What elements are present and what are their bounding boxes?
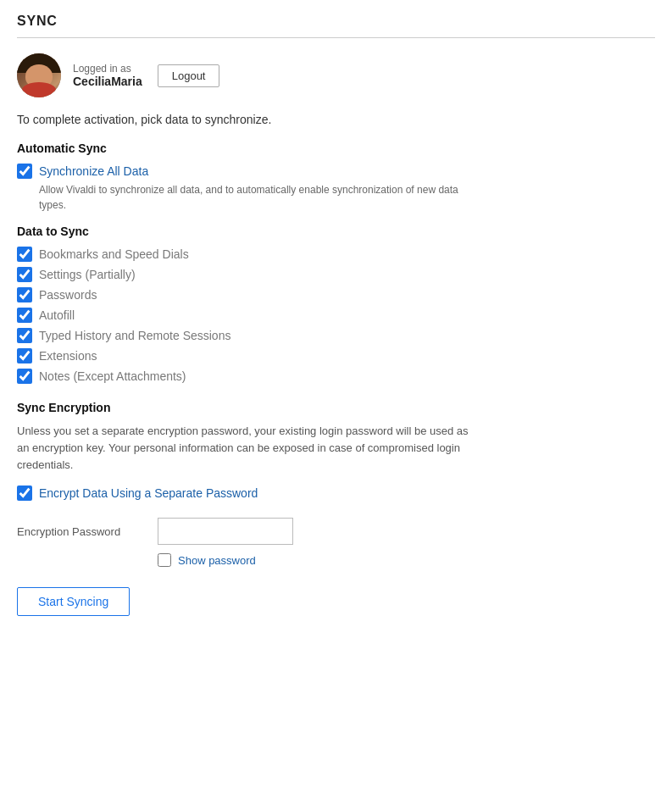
sync-all-label[interactable]: Synchronize All Data — [39, 164, 148, 178]
notes-checkbox[interactable] — [17, 369, 32, 384]
avatar-image — [17, 53, 61, 97]
page-container: SYNC Logged in as CeciliaMaria Logout To… — [0, 0, 672, 630]
show-password-checkbox[interactable] — [158, 553, 171, 567]
sync-all-description: Allow Vivaldi to synchronize all data, a… — [39, 182, 488, 213]
encryption-password-label: Encryption Password — [17, 525, 144, 538]
sync-encryption-title: Sync Encryption — [17, 401, 655, 414]
data-to-sync-section: Data to Sync Bookmarks and Speed Dials S… — [17, 225, 655, 384]
settings-label[interactable]: Settings (Partially) — [39, 268, 136, 281]
encrypt-data-checkbox[interactable] — [17, 486, 32, 501]
encrypt-data-row: Encrypt Data Using a Separate Password — [17, 486, 655, 501]
user-section: Logged in as CeciliaMaria Logout — [17, 53, 655, 97]
bookmarks-label[interactable]: Bookmarks and Speed Dials — [39, 247, 189, 261]
typed-history-label[interactable]: Typed History and Remote Sessions — [39, 329, 230, 342]
logged-in-as-label: Logged in as — [73, 63, 142, 75]
sync-item-bookmarks: Bookmarks and Speed Dials — [17, 247, 655, 262]
sync-all-data-row: Synchronize All Data — [17, 164, 655, 179]
encryption-password-input[interactable] — [158, 518, 293, 545]
autofill-checkbox[interactable] — [17, 308, 32, 323]
sync-item-autofill: Autofill — [17, 308, 655, 323]
sync-item-passwords: Passwords — [17, 287, 655, 302]
sync-item-extensions: Extensions — [17, 348, 655, 363]
autofill-label[interactable]: Autofill — [39, 308, 75, 322]
settings-checkbox[interactable] — [17, 267, 32, 282]
typed-history-checkbox[interactable] — [17, 328, 32, 343]
encrypt-data-label[interactable]: Encrypt Data Using a Separate Password — [39, 486, 258, 500]
sync-item-typed-history: Typed History and Remote Sessions — [17, 328, 655, 343]
show-password-label[interactable]: Show password — [178, 554, 256, 567]
passwords-label[interactable]: Passwords — [39, 288, 97, 302]
sync-item-settings: Settings (Partially) — [17, 267, 655, 282]
sync-all-checkbox-wrapper[interactable] — [17, 164, 32, 179]
encryption-description: Unless you set a separate encryption pas… — [17, 423, 475, 474]
automatic-sync-title: Automatic Sync — [17, 141, 655, 155]
encryption-password-row: Encryption Password — [17, 518, 655, 545]
notes-label[interactable]: Notes (Except Attachments) — [39, 369, 186, 383]
divider — [17, 37, 655, 38]
start-syncing-button[interactable]: Start Syncing — [17, 587, 130, 616]
sync-item-notes: Notes (Except Attachments) — [17, 369, 655, 384]
extensions-label[interactable]: Extensions — [39, 349, 97, 363]
data-to-sync-title: Data to Sync — [17, 225, 655, 238]
activation-message: To complete activation, pick data to syn… — [17, 113, 655, 126]
bookmarks-checkbox[interactable] — [17, 247, 32, 262]
show-password-row: Show password — [158, 553, 655, 567]
sync-encryption-section: Sync Encryption Unless you set a separat… — [17, 401, 655, 501]
page-title: SYNC — [17, 14, 655, 29]
avatar-body — [22, 82, 56, 97]
user-info: Logged in as CeciliaMaria — [73, 63, 142, 88]
extensions-checkbox[interactable] — [17, 348, 32, 363]
sync-all-checkbox[interactable] — [17, 164, 32, 179]
avatar — [17, 53, 61, 97]
passwords-checkbox[interactable] — [17, 287, 32, 302]
username-label: CeciliaMaria — [73, 75, 142, 88]
logout-button[interactable]: Logout — [158, 64, 220, 87]
